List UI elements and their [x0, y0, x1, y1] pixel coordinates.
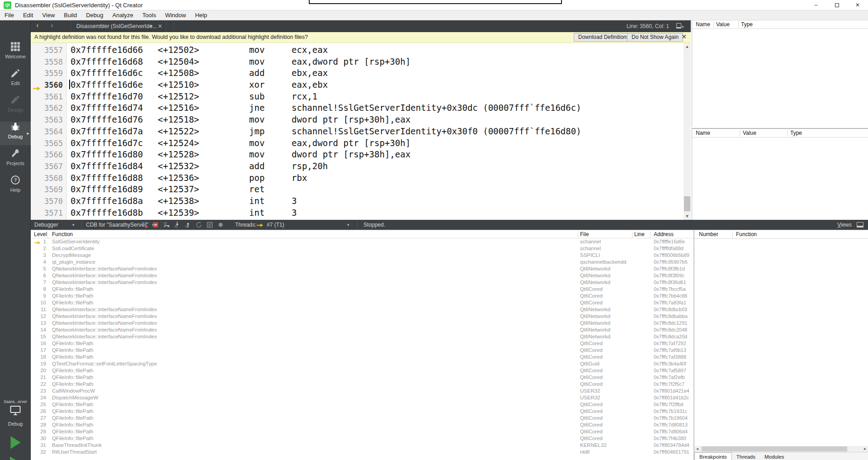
menu-build[interactable]: Build — [59, 10, 81, 20]
run-button[interactable] — [9, 436, 22, 449]
disassembly-editor[interactable]: 35570x7fffffe16d66<+12502>movecx,eax3558… — [31, 43, 691, 220]
disassembly-line[interactable]: 35590x7fffffe16d6c<+12508>addebx,eax — [31, 67, 684, 79]
stack-frame-row[interactable]: 9QFileInfo::filePathQt6Cored0x7fffc7bb4c… — [31, 293, 693, 299]
disassembly-line[interactable]: 35600x7fffffe16d6e<+12510>xoreax,ebx — [31, 79, 684, 91]
thread-combo[interactable]: #7 (T1) — [267, 220, 284, 230]
column-header-type[interactable]: Type — [790, 129, 802, 137]
stack-frame-row[interactable]: 4qt_plugin_instanceqschannelbackendd0x7f… — [31, 259, 693, 266]
menu-file[interactable]: File — [0, 10, 19, 20]
start-debugging-button[interactable] — [9, 455, 23, 460]
column-header-level[interactable]: Level — [34, 230, 47, 238]
debugger-perspective-combo[interactable]: Debugger — [34, 220, 58, 230]
tab-threads[interactable]: Threads — [732, 453, 760, 460]
stack-frame-row[interactable]: 12QNetworkInterface::interfaceNameFromIn… — [31, 313, 693, 320]
column-header-file[interactable]: File — [580, 230, 589, 238]
sidebar-mode-debug[interactable]: Debug▸ — [0, 122, 31, 145]
menu-help[interactable]: Help — [190, 10, 212, 20]
menu-tools[interactable]: Tools — [138, 10, 160, 20]
stack-frame-row[interactable]: 2SslLoadCertificateschannel0x7fffffdfa88… — [31, 245, 693, 252]
scroll-right-icon[interactable]: ▸ — [862, 446, 868, 452]
disassembly-line[interactable]: 35580x7fffffe16d68<+12504>moveax,dword p… — [31, 56, 684, 68]
stack-frame-row[interactable]: 7QNetworkInterface::interfaceNameFromInd… — [31, 279, 693, 286]
kit-mode-label[interactable]: Debug — [0, 421, 31, 427]
split-editor-icon[interactable]: + — [676, 23, 684, 29]
disassembly-line[interactable]: 35650x7fffffe16d7c<+12524>moveax,dword p… — [31, 138, 684, 149]
interrupt-icon[interactable] — [141, 221, 148, 228]
step-over-icon[interactable] — [163, 221, 170, 228]
disassembly-line[interactable]: 35640x7fffffe16d7a<+12522>jmpschannel!Ss… — [31, 126, 684, 138]
do-not-show-again-button[interactable]: Do Not Show Again — [627, 33, 683, 42]
notification-close-icon[interactable]: ✕ — [680, 33, 688, 40]
scrollbar-thumb[interactable] — [684, 196, 690, 211]
stack-frame-row[interactable]: 1SslGetServerIdentityschannel0x7fffffe16… — [31, 238, 693, 245]
stack-frame-row[interactable]: 19QTextCharFormat::setFontLetterSpacingT… — [31, 360, 693, 367]
close-button[interactable]: ✕ — [847, 0, 868, 10]
disassembly-line[interactable]: 35690x7fffffe16d89<+12537>ret — [31, 184, 684, 195]
disassembly-line[interactable]: 35610x7fffffe16d70<+12512>subrcx,1 — [31, 91, 684, 103]
source-assembly-icon[interactable] — [206, 221, 213, 228]
disassembly-line[interactable]: 35660x7fffffe16d80<+12528>movdword ptr [… — [31, 149, 684, 161]
stack-frame-row[interactable]: 30QFileInfo::filePathQt6Cored0x7fffc7f4b… — [31, 435, 693, 442]
go-forward-icon[interactable]: › — [51, 21, 53, 30]
views-panel-icon[interactable] — [857, 222, 863, 228]
stack-frame-row[interactable]: 6QNetworkInterface::interfaceNameFromInd… — [31, 272, 693, 279]
disassembly-line[interactable]: 35630x7fffffe16d76<+12518>movdword ptr [… — [31, 114, 684, 126]
sidebar-mode-projects[interactable]: Projects — [0, 148, 31, 172]
column-header-function[interactable]: Function — [52, 230, 73, 238]
download-definitions-button[interactable]: Download Definitions — [574, 33, 634, 42]
chevron-down-icon[interactable]: ▾ — [72, 220, 75, 230]
stack-frame-row[interactable]: 5QNetworkInterface::interfaceNameFromInd… — [31, 266, 693, 272]
stack-frame-row[interactable]: 29QFileInfo::filePathQt6Cored0x7fffc7d80… — [31, 428, 693, 435]
breakpoints-horizontal-scrollbar[interactable]: ◂ ▸ — [694, 446, 868, 452]
stack-frame-row[interactable]: 32RtlUserThreadStartntdll0x7ff804651791 — [31, 449, 693, 455]
views-menu[interactable]: Views — [837, 220, 852, 230]
chevron-down-icon[interactable]: ▾ — [347, 220, 349, 230]
maximize-button[interactable] — [826, 0, 847, 10]
column-header-function[interactable]: Function — [736, 230, 757, 238]
stack-frame-row[interactable]: 10QFileInfo::filePathQt6Cored0x7fffc7a83… — [31, 299, 693, 306]
tab-modules[interactable]: Modules — [760, 453, 788, 460]
menu-edit[interactable]: Edit — [19, 10, 38, 20]
step-out-icon[interactable] — [184, 221, 192, 228]
chevron-down-icon[interactable]: ▾ — [150, 20, 152, 32]
stack-frame-row[interactable]: 21QFileInfo::filePathQt6Cored0x7fffc7af2… — [31, 374, 693, 381]
menu-analyze[interactable]: Analyze — [108, 10, 138, 20]
scroll-up-icon[interactable]: ▲ — [684, 43, 691, 50]
disassembly-line[interactable]: 35710x7fffffe16d8b<+12539>int3 — [31, 207, 684, 219]
scrollbar-thumb[interactable] — [702, 446, 847, 451]
stack-frame-row[interactable]: 15QNetworkInterface::interfaceNameFromIn… — [31, 333, 693, 340]
column-header-line[interactable]: Line — [634, 230, 645, 238]
stack-frame-row[interactable]: 27QFileInfo::filePathQt6Cored0x7fffc7b19… — [31, 415, 693, 422]
kit-name-label[interactable]: Saara...erver — [0, 399, 31, 404]
stack-frame-row[interactable]: 22QFileInfo::filePathQt6Cored0x7fffc7f2f… — [31, 381, 693, 388]
menu-window[interactable]: Window — [160, 10, 190, 20]
disassembly-line[interactable]: 35700x7fffffe16d8a<+12538>int3 — [31, 195, 684, 207]
sidebar-mode-edit[interactable]: Edit — [0, 68, 31, 92]
record-icon[interactable] — [217, 221, 224, 228]
stack-frame-row[interactable]: 18QFileInfo::filePathQt6Cored0x7fffc7af3… — [31, 354, 693, 360]
sidebar-mode-design[interactable]: Design — [0, 95, 31, 119]
restart-icon[interactable] — [195, 221, 203, 228]
close-document-icon[interactable]: ✕ — [158, 20, 162, 32]
stack-frame-row[interactable]: 23CallWindowProcWUSER320x7ff801d421e4 — [31, 388, 693, 394]
document-tab[interactable]: Disassembler (SslGetServerIde... ▾ ✕ — [71, 20, 166, 32]
kit-combo[interactable]: CDB for "SaarathyServer" — [86, 220, 148, 230]
menu-view[interactable]: View — [38, 10, 59, 20]
menu-debug[interactable]: Debug — [81, 10, 108, 20]
column-header-value[interactable]: Value — [743, 129, 756, 137]
scroll-left-icon[interactable]: ◂ — [694, 446, 700, 452]
stack-frame-row[interactable]: 25QFileInfo::filePathQt6Cored0x7fffc7f2f… — [31, 401, 693, 408]
sidebar-mode-welcome[interactable]: Welcome — [0, 42, 31, 65]
column-header-number[interactable]: Number — [699, 230, 718, 238]
stack-frame-row[interactable]: 3DecryptMessageSSPICLI0x7ff8006b5b89 — [31, 252, 693, 259]
editor-vertical-scrollbar[interactable]: ▲ ▼ — [684, 43, 691, 220]
stack-frame-row[interactable]: 13QNetworkInterface::interfaceNameFromIn… — [31, 320, 693, 327]
disassembly-line[interactable]: 35620x7fffffe16d74<+12516>jneschannel!Ss… — [31, 102, 684, 114]
stack-frame-row[interactable]: 24DispatchMessageWUSER320x7ff801d41b2c — [31, 394, 693, 401]
stack-frame-row[interactable]: 14QNetworkInterface::interfaceNameFromIn… — [31, 327, 693, 333]
column-header-address[interactable]: Address — [654, 230, 674, 238]
stack-frame-row[interactable]: 31BaseThreadInitThunkKERNEL320x7ff803478… — [31, 442, 693, 449]
column-header-type[interactable]: Type — [741, 20, 753, 28]
stack-frame-row[interactable]: 20QFileInfo::filePathQt6Cored0x7fffc7af5… — [31, 367, 693, 374]
stack-frame-row[interactable]: 8QFileInfo::filePathQt6Cored0x7fffc7bccf… — [31, 286, 693, 293]
